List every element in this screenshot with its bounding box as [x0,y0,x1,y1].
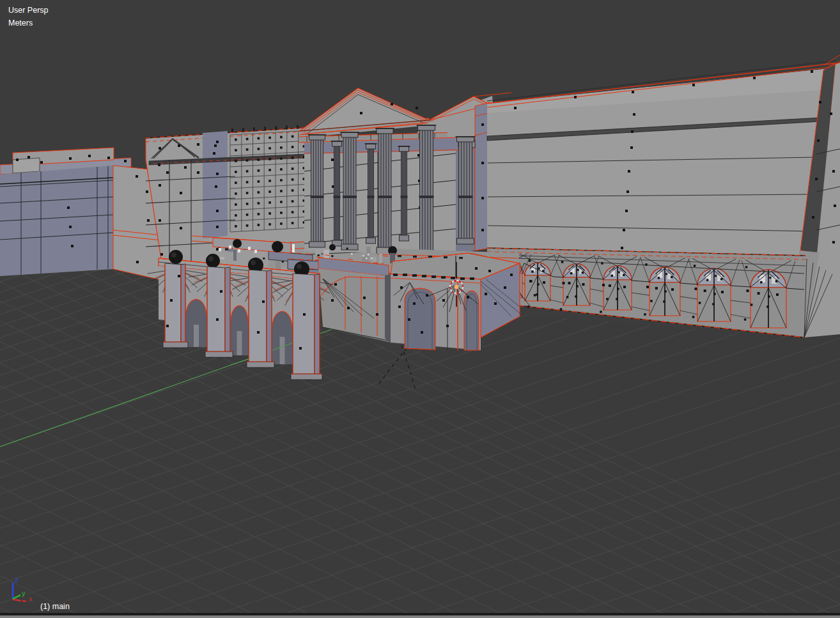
svg-text:(1) main: (1) main [40,602,70,611]
svg-text:x: x [29,595,33,603]
svg-text:y: y [22,589,26,597]
svg-text:User Persp: User Persp [8,6,49,15]
svg-text:z: z [15,576,19,583]
svg-text:Meters: Meters [8,19,33,27]
